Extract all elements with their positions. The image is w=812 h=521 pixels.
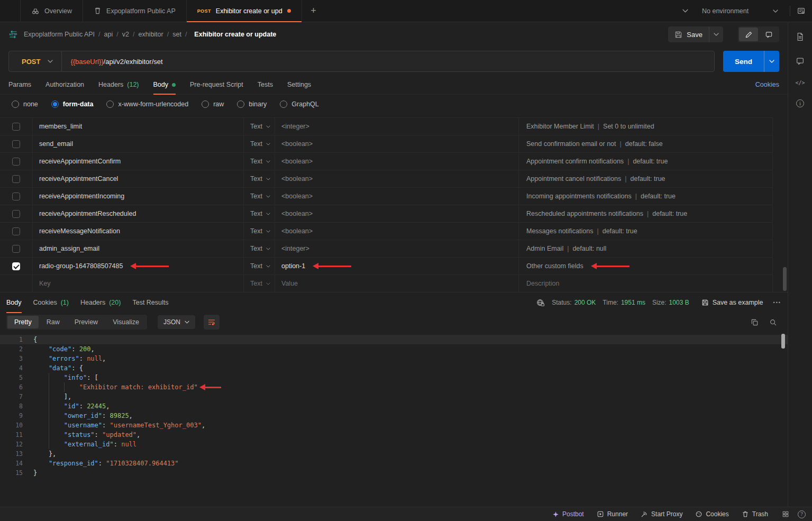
row-value-field[interactable]: <boolean> [275, 205, 519, 222]
method-select-label[interactable]: POST [9, 58, 48, 66]
save-as-example-button[interactable]: Save as example [701, 299, 763, 306]
row-value-field[interactable]: Value [275, 275, 519, 292]
documentation-icon[interactable] [795, 31, 806, 42]
row-key-field[interactable]: send_email [33, 135, 244, 152]
response-tab-test-results[interactable]: Test Results [132, 293, 168, 313]
url-input[interactable]: {{baseUrl}}/api/v2/exhibitor/set [62, 58, 162, 66]
code-snippet-icon[interactable]: </> [795, 80, 805, 86]
postbot-button[interactable]: Postbot [552, 510, 584, 518]
new-tab-button[interactable]: + [302, 0, 325, 22]
row-type-select[interactable]: Text [244, 118, 275, 135]
body-mode-x-www-form-urlencoded[interactable]: x-www-form-urlencoded [106, 100, 188, 108]
row-value-field[interactable]: <integer> [275, 240, 519, 257]
response-tab-headers[interactable]: Headers(20) [80, 293, 121, 313]
form-data-row[interactable]: receiveMessageNotification Text <boolean… [0, 222, 773, 240]
tab-body[interactable]: Body [153, 75, 176, 94]
cookies-link[interactable]: Cookies [755, 81, 779, 88]
row-type-select[interactable]: Text [244, 258, 275, 275]
environment-quick-look-icon[interactable] [797, 6, 806, 15]
start-proxy-button[interactable]: Start Proxy [641, 510, 682, 518]
row-key-field[interactable]: admin_assign_email [33, 240, 244, 257]
view-pretty[interactable]: Pretty [7, 316, 39, 328]
row-value-field[interactable]: <boolean> [275, 135, 519, 152]
row-checkbox[interactable] [12, 140, 20, 148]
form-data-row[interactable]: radio-group-1647808507485 Text option-1 … [0, 257, 773, 275]
row-description-field[interactable]: Send confirmation email or not|default: … [519, 135, 773, 152]
tab-tests[interactable]: Tests [258, 75, 273, 94]
view-raw[interactable]: Raw [40, 316, 67, 328]
tab-settings[interactable]: Settings [287, 75, 311, 94]
row-key-field[interactable]: Key [33, 275, 244, 292]
method-select-caret[interactable] [48, 60, 61, 63]
form-data-row[interactable]: send_email Text <boolean> Send confirmat… [0, 135, 773, 152]
tab-collection[interactable]: Expoplatform Public AP [83, 0, 187, 22]
save-button[interactable]: Save [668, 26, 723, 42]
row-checkbox[interactable] [12, 193, 20, 200]
breadcrumb[interactable]: Expoplatform Public API/api/v2/exhibitor… [24, 31, 187, 38]
comments-icon[interactable] [795, 56, 806, 66]
row-key-field[interactable]: radio-group-1647808507485 [33, 258, 244, 275]
row-description-field[interactable]: Messages notifications|default: true [519, 223, 773, 240]
view-visualize[interactable]: Visualize [106, 316, 146, 328]
form-data-row[interactable]: receiveAppointmentConfirm Text <boolean>… [0, 152, 773, 170]
body-mode-none[interactable]: none [12, 100, 38, 108]
help-icon[interactable]: ? [798, 510, 806, 518]
row-type-select[interactable]: Text [244, 170, 275, 187]
row-description-field[interactable]: Other custom fields [519, 258, 773, 275]
body-mode-binary[interactable]: binary [237, 100, 267, 108]
row-description-field[interactable]: Appointment confirm notifications|defaul… [519, 153, 773, 170]
row-type-select[interactable]: Text [244, 188, 275, 205]
row-description-field[interactable]: Exhibitor Member Limit|Set 0 to unlimite… [519, 118, 773, 135]
row-type-select[interactable]: Text [244, 205, 275, 222]
response-body-editor[interactable]: 1{2"code": 200,3"errors": null,4"data": … [0, 332, 788, 507]
row-checkbox[interactable] [12, 262, 20, 270]
form-data-row[interactable]: members_limit Text <integer> Exhibitor M… [0, 117, 773, 135]
row-description-field[interactable]: Rescheduled appointments notifications|d… [519, 205, 773, 222]
tab-request-active[interactable]: POST Exhibitor create or upd [187, 0, 302, 22]
more-actions-icon[interactable]: ••• [773, 300, 781, 305]
form-data-row[interactable]: receiveAppointmentIncoming Text <boolean… [0, 187, 773, 205]
row-checkbox[interactable] [12, 227, 20, 235]
tab-authorization[interactable]: Authorization [45, 75, 84, 94]
runner-button[interactable]: Runner [597, 510, 628, 518]
body-mode-form-data[interactable]: form-data [51, 100, 94, 108]
row-key-field[interactable]: receiveAppointmentIncoming [33, 188, 244, 205]
view-preview[interactable]: Preview [68, 316, 105, 328]
row-checkbox[interactable] [12, 175, 20, 183]
row-value-field[interactable]: <boolean> [275, 223, 519, 240]
status-indicator[interactable]: Status:200 OK [552, 299, 596, 306]
row-checkbox[interactable] [12, 210, 20, 218]
row-description-field[interactable]: Description [519, 275, 773, 292]
environment-selector[interactable]: No environment [695, 4, 783, 18]
globe-lock-icon[interactable] [536, 298, 545, 307]
row-key-field[interactable]: receiveAppointmentCancel [33, 170, 244, 187]
row-checkbox[interactable] [12, 158, 20, 166]
form-data-row[interactable]: receiveAppointmentCancel Text <boolean> … [0, 170, 773, 187]
size-indicator[interactable]: Size:1003 B [652, 299, 689, 306]
body-mode-GraphQL[interactable]: GraphQL [280, 100, 318, 108]
row-value-field[interactable]: <boolean> [275, 153, 519, 170]
collapse-chevron-icon[interactable] [682, 9, 688, 13]
row-description-field[interactable]: Incoming appointments notifications|defa… [519, 188, 773, 205]
tab-pre-request-script[interactable]: Pre-request Script [190, 75, 243, 94]
row-checkbox[interactable] [12, 123, 20, 131]
code-scrollbar[interactable] [781, 334, 785, 349]
send-options-caret[interactable] [764, 51, 779, 72]
row-value-field[interactable]: <boolean> [275, 188, 519, 205]
row-value-field[interactable]: <integer> [275, 118, 519, 135]
body-mode-raw[interactable]: raw [202, 100, 224, 108]
row-checkbox[interactable] [12, 245, 20, 253]
row-type-select[interactable]: Text [244, 275, 275, 292]
row-key-field[interactable]: members_limit [33, 118, 244, 135]
info-icon[interactable]: i [796, 99, 804, 107]
windows-grid-icon[interactable] [782, 510, 789, 518]
tab-headers[interactable]: Headers(12) [98, 75, 139, 94]
time-indicator[interactable]: Time:1951 ms [603, 299, 645, 306]
cookies-button[interactable]: Cookies [695, 510, 728, 518]
table-scrollbar[interactable] [783, 267, 787, 291]
format-selector[interactable]: JSON [158, 315, 195, 329]
comment-button[interactable] [759, 28, 778, 41]
form-data-row[interactable]: admin_assign_email Text <integer> Admin … [0, 240, 773, 257]
row-type-select[interactable]: Text [244, 153, 275, 170]
form-data-row[interactable]: receiveAppointmentRescheduled Text <bool… [0, 205, 773, 222]
